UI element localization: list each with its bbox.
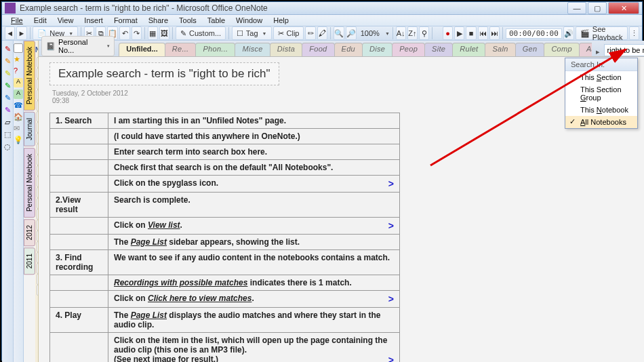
volume-icon[interactable]: 🔊: [563, 26, 574, 40]
page-title[interactable]: Example search - term is "right to be ri…: [49, 62, 279, 85]
highlight-icon[interactable]: 🖍: [317, 26, 327, 40]
undo-icon[interactable]: ↶: [119, 26, 129, 40]
notebook-tab-0[interactable]: Personal Notebook: [24, 41, 35, 110]
table-row[interactable]: Click on the item in the list, which wil…: [50, 333, 400, 363]
section-tab[interactable]: Dista: [270, 43, 303, 56]
tag-star-icon[interactable]: ★: [14, 55, 23, 64]
record-icon[interactable]: ●: [443, 26, 453, 40]
section-tab[interactable]: Comp: [544, 43, 580, 56]
menu-share[interactable]: Share: [144, 15, 173, 26]
table-row[interactable]: Click on View list.>: [50, 218, 400, 235]
section-tab[interactable]: Re...: [165, 43, 197, 56]
section-tab[interactable]: Aaa: [579, 43, 592, 56]
rewind-icon[interactable]: ⏮: [478, 26, 488, 40]
notebook-tab-3[interactable]: 2012: [24, 219, 35, 246]
arrow-link-icon[interactable]: >: [388, 220, 394, 231]
pen-icon[interactable]: ✏: [305, 26, 315, 40]
section-tab[interactable]: Saln: [485, 43, 515, 56]
selection-icon[interactable]: ⬚: [2, 129, 13, 140]
section-tab[interactable]: Rulet: [452, 43, 485, 56]
notebook-dropdown[interactable]: 📓Personal No...▾: [41, 36, 115, 56]
table-cell[interactable]: [50, 218, 108, 235]
menu-format[interactable]: Format: [109, 15, 142, 26]
menu-edit[interactable]: Edit: [29, 15, 52, 26]
zoom-value[interactable]: 100%: [358, 29, 382, 37]
table-cell[interactable]: 3. Find recording: [50, 250, 108, 275]
notebook-tab-4[interactable]: 2011: [24, 247, 35, 275]
tag-a-icon[interactable]: A: [14, 78, 23, 87]
table-cell[interactable]: I am starting this in an "Unfiled Notes"…: [108, 113, 400, 129]
tag-home-icon[interactable]: 🏠: [14, 113, 23, 122]
pen-orange-icon[interactable]: ✎: [2, 56, 13, 66]
see-playback-button[interactable]: 🎬 See Playback: [576, 26, 628, 40]
table-cell[interactable]: 1. Search: [50, 113, 108, 129]
arrow-link-icon[interactable]: >: [388, 294, 394, 304]
forward-button[interactable]: ►: [16, 26, 26, 40]
table-row[interactable]: (I could have started this anywhere in O…: [50, 129, 400, 144]
table-cell[interactable]: 4. Play: [50, 308, 108, 333]
table-row[interactable]: Click on the spyglass icon.>: [50, 176, 400, 193]
table-cell[interactable]: [50, 144, 108, 160]
notebook-tab-2[interactable]: Personal Notebook: [24, 148, 35, 218]
pen-blue-icon[interactable]: ✎: [2, 92, 13, 103]
section-tab[interactable]: Food: [302, 43, 334, 56]
table-row[interactable]: Click on Click here to view matches.>: [50, 291, 400, 308]
table-cell[interactable]: [50, 160, 108, 176]
table-row[interactable]: Enter search term into search box here.: [50, 144, 400, 160]
zoom-out-icon[interactable]: 🔍: [334, 26, 344, 40]
section-tab[interactable]: Edu: [334, 43, 363, 56]
table-cell[interactable]: Click on the item in the list, which wil…: [108, 333, 400, 363]
section-tab[interactable]: Site: [424, 43, 453, 56]
image-icon[interactable]: 🖼: [159, 26, 169, 40]
arrow-link-icon[interactable]: >: [388, 355, 394, 362]
sort-icon[interactable]: A↓: [396, 26, 406, 40]
table-row[interactable]: The Page List sidebar appears, showing t…: [50, 235, 400, 250]
menu-table[interactable]: Table: [203, 15, 230, 26]
custom-button[interactable]: ✎ Custom...: [176, 26, 226, 40]
tag-contact-icon[interactable]: ☎: [14, 101, 23, 110]
table-cell[interactable]: The Page List displays the audio matches…: [108, 308, 400, 333]
pen-purple-icon[interactable]: ✎: [2, 104, 13, 115]
close-button[interactable]: ✕: [608, 2, 639, 14]
menu-window[interactable]: Window: [231, 15, 267, 26]
back-button[interactable]: ◄: [5, 26, 15, 40]
zoom-in-icon[interactable]: 🔎: [346, 26, 357, 40]
table-row[interactable]: 3. Find recordingWe want to see if any a…: [50, 250, 400, 275]
menu-help[interactable]: Help: [268, 15, 294, 26]
table-cell[interactable]: The Page List sidebar appears, showing t…: [108, 235, 400, 250]
toolbar-overflow-icon[interactable]: ⋮: [629, 26, 639, 40]
table-cell[interactable]: (I could have started this anywhere in O…: [108, 129, 400, 144]
arrow-link-icon[interactable]: >: [388, 178, 394, 189]
menu-view[interactable]: View: [53, 15, 79, 26]
minimize-button[interactable]: —: [567, 2, 586, 14]
table-cell[interactable]: Search is complete.: [108, 193, 400, 218]
table-cell[interactable]: Enter search term into search box here.: [108, 144, 400, 160]
table-cell[interactable]: [50, 129, 108, 144]
pen-green-icon[interactable]: ✎: [2, 80, 13, 91]
table-cell[interactable]: Click on View list.>: [108, 218, 400, 235]
search-input[interactable]: [604, 44, 644, 56]
table-cell[interactable]: [50, 176, 108, 193]
search-scope-item[interactable]: This Section: [565, 71, 637, 83]
table-cell[interactable]: [50, 275, 108, 291]
redo-icon[interactable]: ↷: [132, 26, 142, 40]
table-row[interactable]: Recordings with possible matches indicat…: [50, 275, 400, 291]
table-row[interactable]: Check first that search is on the defaul…: [50, 160, 400, 176]
table-row[interactable]: 2.View resultSearch is complete.: [50, 193, 400, 218]
pen-red-icon[interactable]: ✎: [2, 43, 13, 54]
tag-a2-icon[interactable]: A: [14, 89, 23, 99]
table-row[interactable]: 4. PlayThe Page List displays the audio …: [50, 308, 400, 333]
section-tab[interactable]: Dise: [362, 43, 393, 56]
section-tab[interactable]: Phon...: [195, 43, 235, 56]
notebook-tab-1[interactable]: Journal: [24, 112, 35, 146]
tag-mail-icon[interactable]: ✉: [14, 124, 23, 134]
menu-insert[interactable]: Insert: [79, 15, 108, 26]
eraser-icon[interactable]: ▱: [2, 117, 13, 127]
menu-file[interactable]: File: [6, 15, 28, 26]
section-tab-active[interactable]: Unfiled...: [119, 43, 165, 56]
table-cell[interactable]: [50, 333, 108, 363]
stop-icon[interactable]: ■: [466, 26, 476, 40]
table-cell[interactable]: Click on Click here to view matches.>: [108, 291, 400, 308]
note-table[interactable]: 1. SearchI am starting this in an "Unfil…: [49, 113, 400, 362]
search-scope-item[interactable]: This Section Group: [565, 83, 637, 104]
